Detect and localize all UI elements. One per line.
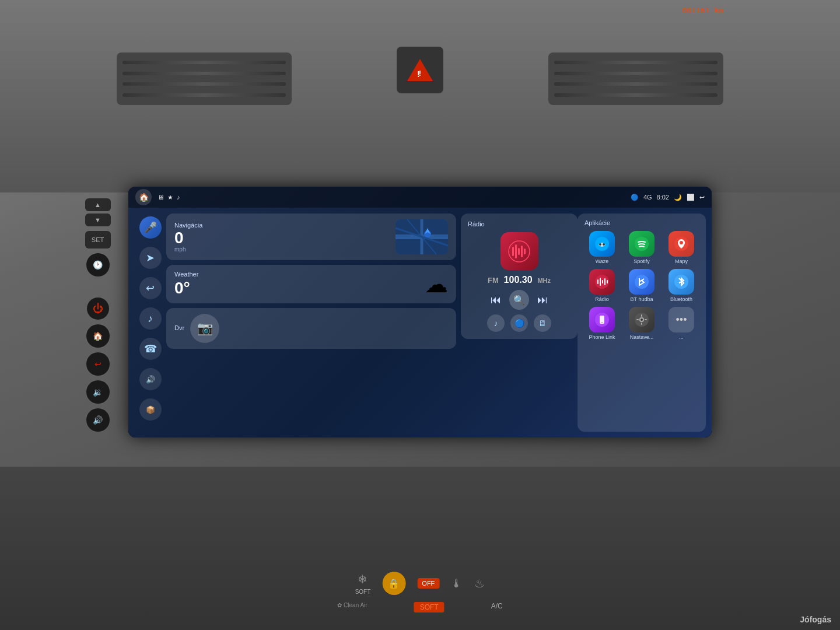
radio-app-label: Rádio: [595, 296, 609, 302]
dvr-widget[interactable]: Dvr 📷: [166, 308, 456, 349]
vent-line-7: [554, 82, 718, 86]
app-radio[interactable]: Rádio: [584, 269, 620, 302]
radio-controls: ⏮ 🔍 ⏭: [491, 290, 548, 310]
left-vent: [117, 52, 292, 105]
dvr-camera-icon[interactable]: 📷: [190, 314, 219, 343]
status-bar: 🏠 🖥 ★ ♪ 🔵 4G 8:02 🌙 ⬜ ↩: [128, 187, 712, 208]
time-display: 8:02: [657, 194, 669, 201]
svg-rect-22: [602, 280, 603, 284]
window-icon: ⬜: [687, 194, 695, 201]
radio-frequency-display: FM 100.30 MHz: [488, 275, 551, 285]
radio-icon: [589, 269, 615, 295]
soft-value: SOFT: [414, 602, 444, 612]
rear-defrost-icon: 🌡: [451, 577, 463, 590]
radio-column: Rádio FM: [461, 214, 578, 432]
more-label: ...: [679, 334, 684, 340]
waze-label: Waze: [596, 258, 609, 264]
lock-button[interactable]: 🔒: [382, 572, 405, 595]
settings-icon: [629, 307, 654, 332]
dashboard: ! 001161 km ▲ ▼ SET 🕐 ⏻ 🏠 ↩ 🔉 🔊: [0, 0, 840, 630]
app-bluetooth[interactable]: Bluetooth: [664, 269, 699, 302]
settings-label: Nastave...: [630, 334, 654, 340]
navigation-title: Navigácia: [174, 222, 390, 229]
navigation-widget[interactable]: Navigácia 0 mph: [166, 214, 456, 260]
app-phonelink[interactable]: Phone Link: [584, 307, 620, 340]
radio-widget[interactable]: Rádio FM: [461, 214, 578, 339]
navigation-map[interactable]: [396, 219, 448, 254]
app-more[interactable]: ••• ...: [664, 307, 699, 340]
hazard-exclamation: !: [419, 69, 421, 78]
app-bt-music[interactable]: BT hudba: [624, 269, 659, 302]
svg-rect-28: [600, 316, 604, 324]
svg-rect-36: [645, 319, 647, 320]
svg-rect-34: [641, 323, 642, 325]
maps-icon: [668, 231, 694, 257]
music-sidebar-button[interactable]: ♪: [139, 307, 162, 330]
ac-button[interactable]: A/C: [491, 602, 503, 612]
apps-widget: Aplikácie Waze: [578, 214, 706, 432]
app-waze[interactable]: Waze: [584, 231, 620, 264]
radio-freq-number: 100.30: [504, 275, 533, 285]
phonelink-icon: [589, 307, 615, 332]
bt-music-label: BT hudba: [631, 296, 653, 302]
navigation-sidebar-button[interactable]: ➤: [139, 247, 162, 269]
bluetooth-icon: [668, 269, 694, 295]
app-spotify[interactable]: Spotify: [624, 231, 659, 264]
svg-rect-29: [601, 323, 603, 323]
top-vent-area: ! 001161 km: [0, 0, 840, 192]
radio-screen-button[interactable]: 🖥: [534, 314, 551, 332]
set-button[interactable]: SET: [85, 231, 111, 249]
vent-line-1: [123, 61, 286, 64]
radio-unit: MHz: [537, 277, 551, 284]
status-bar-left: 🏠 🖥 ★ ♪: [135, 189, 180, 205]
scroll-down-button[interactable]: ▼: [85, 214, 111, 226]
widgets-area: Navigácia 0 mph: [166, 214, 456, 432]
signal-icon: ★: [167, 194, 173, 201]
bt-music-icon: [629, 269, 654, 295]
back-sidebar-button[interactable]: ↩: [139, 277, 162, 299]
svg-rect-10: [518, 248, 520, 255]
right-vent: [548, 52, 723, 105]
night-mode-icon: 🌙: [674, 194, 682, 201]
bluetooth-icon: 🔵: [631, 194, 639, 201]
power-button[interactable]: ⏻: [87, 298, 109, 320]
main-content: 🎤 ➤ ↩ ♪ ☎ 🔊 📦 Navigácia 0: [128, 208, 712, 438]
navigation-speed: 0: [174, 230, 390, 246]
bluetooth-label: Bluetooth: [670, 296, 692, 302]
svg-rect-21: [600, 278, 601, 286]
radio-bluetooth-button[interactable]: 🔵: [510, 314, 528, 332]
mic-button[interactable]: 🎤: [139, 216, 162, 239]
radio-band: FM: [488, 276, 499, 285]
home-button[interactable]: 🏠: [135, 189, 152, 205]
radio-bottom-controls: ♪ 🔵 🖥: [487, 314, 551, 332]
clock-button[interactable]: 🕐: [86, 253, 110, 276]
volume-sidebar-button[interactable]: 🔊: [139, 368, 162, 390]
clean-air-label: ✿ Clean Air: [337, 602, 367, 612]
vol-up-button[interactable]: 🔊: [86, 408, 110, 432]
phone-sidebar-button[interactable]: ☎: [139, 338, 162, 360]
map-svg: [396, 219, 448, 254]
app-settings[interactable]: Nastave...: [624, 307, 659, 340]
radio-next-button[interactable]: ⏭: [537, 294, 548, 306]
waze-icon: [589, 231, 615, 257]
svg-rect-12: [524, 249, 526, 254]
home-control-button[interactable]: 🏠: [86, 324, 110, 348]
vent-line-4: [123, 93, 286, 97]
apps-sidebar-button[interactable]: 📦: [139, 398, 162, 421]
sound-icon: ♪: [177, 194, 180, 201]
back-control-button[interactable]: ↩: [86, 352, 110, 376]
radio-prev-button[interactable]: ⏮: [491, 294, 501, 306]
hazard-button[interactable]: !: [397, 47, 443, 93]
radio-search-button[interactable]: 🔍: [509, 290, 529, 310]
weather-info: Weather 0°: [174, 271, 419, 298]
weather-widget[interactable]: Weather 0° ☁: [166, 265, 456, 303]
vent-line-3: [123, 82, 286, 86]
svg-rect-8: [512, 247, 514, 256]
svg-point-15: [603, 243, 605, 246]
radio-app-icon[interactable]: [501, 232, 538, 270]
vol-down-button[interactable]: 🔉: [86, 380, 110, 404]
svg-point-25: [635, 275, 649, 289]
app-maps[interactable]: Mapy: [664, 231, 699, 264]
radio-music-button[interactable]: ♪: [487, 314, 505, 332]
scroll-up-button[interactable]: ▲: [85, 198, 111, 211]
